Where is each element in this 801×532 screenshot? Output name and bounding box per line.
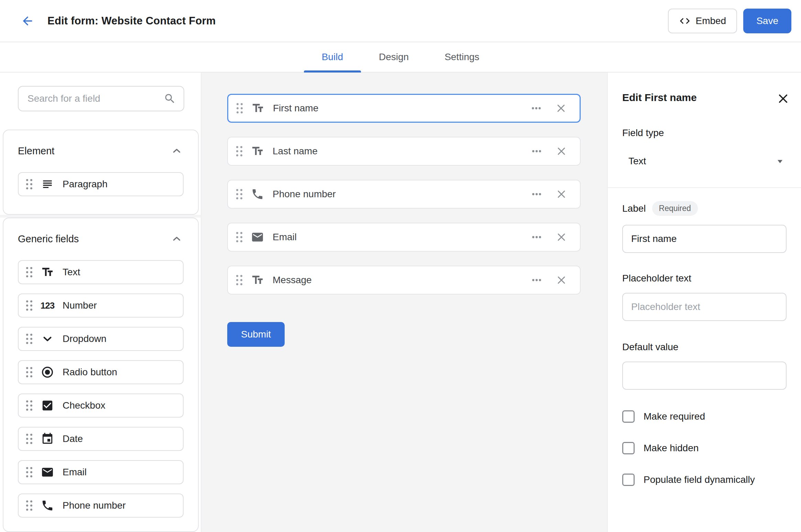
palette-item-paragraph[interactable]: Paragraph [18,172,184,196]
required-badge: Required [652,201,698,216]
phone-icon [251,187,264,201]
page-title: Edit form: Website Contact Form [47,15,216,27]
more-icon [530,274,543,286]
field-type-value: Text [628,156,646,167]
drag-handle-icon[interactable] [237,103,243,113]
palette-item-number[interactable]: 123 Number [18,293,184,318]
form-field-email[interactable]: Email [227,223,581,252]
palette-item-dropdown[interactable]: Dropdown [18,327,184,351]
element-collapse-button[interactable] [170,144,184,158]
field-options-button[interactable] [528,186,545,202]
checkbox-box[interactable] [622,474,635,486]
header-actions: Embed Save [668,9,791,33]
drag-handle-icon[interactable] [236,275,242,285]
drag-handle-icon[interactable] [26,267,32,277]
field-search [18,86,184,111]
form-canvas: First name Last name Phone numbe [201,73,607,532]
field-options-button[interactable] [528,272,545,288]
dropdown-arrow-icon [774,155,786,167]
drag-handle-icon[interactable] [236,232,242,242]
text-icon [251,101,265,115]
panel-header: Edit First name [622,92,787,106]
more-icon [530,231,543,243]
drag-handle-icon[interactable] [26,367,32,377]
more-icon [530,102,542,114]
element-section-title: Element [18,145,54,157]
drag-handle-icon[interactable] [26,500,32,511]
back-button[interactable] [19,13,36,29]
checkbox-box[interactable] [622,442,635,454]
element-items: Paragraph [18,172,184,196]
label-input[interactable] [622,225,787,253]
close-icon [555,274,568,286]
panel-divider [608,187,801,188]
populate-dynamically-checkbox[interactable]: Populate field dynamically [622,474,787,486]
embed-button[interactable]: Embed [668,9,737,33]
text-icon [41,265,54,279]
field-remove-button[interactable] [553,100,569,117]
search-icon [164,92,176,105]
tab-design[interactable]: Design [361,42,427,72]
email-icon [251,230,264,244]
label-section-header: Label Required [622,201,787,216]
palette-item-radio[interactable]: Radio button [18,360,184,384]
form-field-first-name[interactable]: First name [227,94,581,123]
dropdown-icon [41,332,54,346]
more-icon [530,188,543,200]
save-button-label: Save [756,15,778,26]
field-options-button[interactable] [528,143,545,159]
drag-handle-icon[interactable] [26,400,32,411]
radio-icon [41,365,54,379]
drag-handle-icon[interactable] [236,146,242,156]
drag-handle-icon[interactable] [26,300,32,311]
make-hidden-checkbox[interactable]: Make hidden [622,442,787,454]
field-options-button[interactable] [528,100,545,117]
default-value-input[interactable] [622,362,787,390]
field-editor-panel: Edit First name Field type Text Label Re… [607,73,801,532]
tab-bar: Build Design Settings [0,42,801,73]
number-icon: 123 [41,299,54,312]
element-section-header: Element [18,144,184,158]
save-button[interactable]: Save [743,9,791,33]
drag-handle-icon[interactable] [26,434,32,444]
field-options-button[interactable] [528,229,545,245]
make-required-checkbox[interactable]: Make required [622,410,787,423]
palette-item-text[interactable]: Text [18,260,184,284]
field-option-checkboxes: Make required Make hidden Populate field… [622,410,787,486]
drag-handle-icon[interactable] [236,189,242,199]
palette-item-phone[interactable]: Phone number [18,494,184,518]
phone-icon [41,499,54,512]
palette-item-email[interactable]: Email [18,460,184,484]
field-remove-button[interactable] [553,186,570,202]
drag-handle-icon[interactable] [26,179,32,189]
text-icon [251,144,264,158]
form-field-last-name[interactable]: Last name [227,137,581,166]
close-icon [555,231,568,243]
drag-handle-icon[interactable] [26,334,32,344]
tab-build[interactable]: Build [304,42,361,72]
close-icon [555,145,568,157]
form-submit-button[interactable]: Submit [227,322,285,347]
search-input[interactable] [28,93,164,104]
form-field-phone-number[interactable]: Phone number [227,180,581,209]
field-remove-button[interactable] [553,143,570,159]
generic-fields-collapse-button[interactable] [170,232,184,246]
generic-field-items: Text 123 Number Dropdown [18,260,184,518]
field-type-select[interactable]: Text [622,153,787,169]
close-icon [555,188,568,200]
form-field-message[interactable]: Message [227,266,581,295]
field-palette-sidebar: Element Paragraph Generic fields [0,73,201,532]
palette-item-checkbox[interactable]: Checkbox [18,394,184,418]
checkbox-box[interactable] [622,410,635,423]
close-icon [555,102,567,114]
field-remove-button[interactable] [553,229,570,245]
generic-fields-header: Generic fields [18,232,184,246]
section-gap [0,215,201,218]
tab-settings[interactable]: Settings [427,42,497,72]
field-remove-button[interactable] [553,272,570,288]
panel-title: Edit First name [622,92,697,103]
drag-handle-icon[interactable] [26,467,32,477]
palette-item-date[interactable]: Date [18,427,184,451]
panel-close-button[interactable] [776,91,791,106]
placeholder-input[interactable] [622,293,787,321]
